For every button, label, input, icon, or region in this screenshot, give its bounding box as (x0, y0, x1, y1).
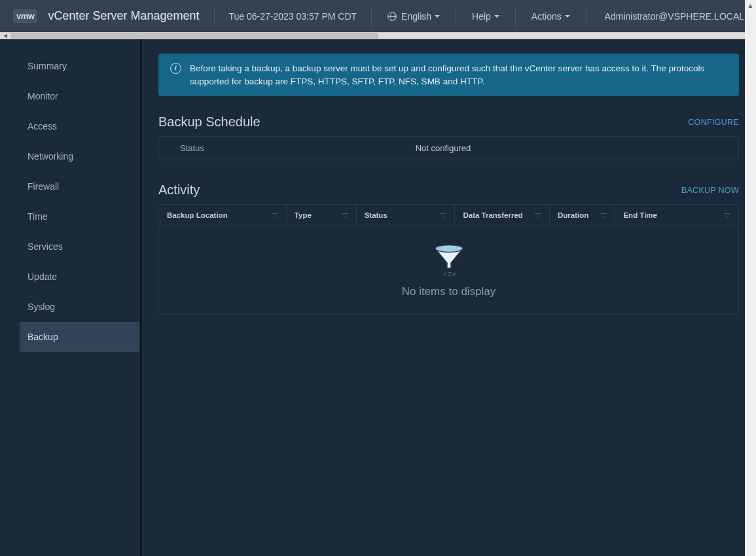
vmware-logo: vmw (13, 9, 37, 23)
col-label: Data Transferred (463, 211, 522, 219)
scroll-up-icon[interactable]: ▲ (745, 0, 756, 11)
sidebar-item-access[interactable]: Access (0, 111, 141, 141)
svg-point-2 (435, 245, 463, 252)
sidebar-item-update[interactable]: Update (0, 262, 141, 292)
help-menu[interactable]: Help (456, 0, 515, 32)
vertical-scrollbar[interactable]: ▲ (745, 0, 756, 556)
language-menu[interactable]: English (372, 0, 456, 32)
backup-schedule-status-row: Status Not configured (158, 136, 739, 160)
activity-header: Activity BACKUP NOW (158, 182, 739, 198)
actions-label: Actions (531, 11, 562, 22)
filter-icon[interactable] (272, 213, 278, 218)
col-end-time[interactable]: End Time (615, 205, 738, 226)
configure-button[interactable]: CONFIGURE (688, 118, 739, 127)
language-label: English (401, 11, 431, 22)
help-label: Help (472, 11, 491, 22)
empty-state-text: No items to display (159, 285, 738, 298)
col-label: End Time (623, 211, 657, 219)
status-label: Status (159, 137, 403, 160)
svg-point-3 (443, 273, 455, 275)
sidebar-item-services[interactable]: Services (0, 232, 141, 262)
filter-icon[interactable] (600, 213, 607, 218)
sidebar-item-time[interactable]: Time (0, 201, 141, 232)
col-label: Duration (558, 211, 588, 219)
backup-now-button[interactable]: BACKUP NOW (681, 186, 739, 195)
horizontal-scrollbar[interactable]: ◀ ▶ (0, 32, 756, 39)
empty-funnel-icon (434, 245, 464, 277)
col-duration[interactable]: Duration (550, 205, 615, 226)
filter-icon[interactable] (440, 213, 446, 218)
chevron-down-icon (565, 15, 570, 18)
filter-icon[interactable] (342, 213, 348, 218)
globe-icon (387, 12, 397, 21)
sidebar-item-backup[interactable]: Backup (20, 322, 139, 352)
scrollbar-track[interactable] (378, 33, 746, 39)
col-backup-location[interactable]: Backup Location (159, 205, 287, 226)
col-type[interactable]: Type (287, 205, 357, 226)
chevron-down-icon (494, 15, 499, 18)
header-separator (586, 7, 586, 26)
actions-menu[interactable]: Actions (516, 0, 586, 32)
sidebar-item-summary[interactable]: Summary (0, 51, 141, 81)
chevron-down-icon (435, 15, 440, 18)
col-label: Backup Location (167, 211, 228, 219)
scrollbar-thumb[interactable] (10, 33, 378, 39)
header-datetime: Tue 06-27-2023 03:57 PM CDT (215, 11, 372, 22)
status-value: Not configured (403, 137, 484, 160)
info-banner-text: Before taking a backup, a backup server … (190, 62, 727, 88)
app-header: vmw vCenter Server Management Tue 06-27-… (0, 0, 756, 32)
sidebar-nav: Summary Monitor Access Networking Firewa… (0, 39, 141, 556)
activity-title: Activity (158, 182, 200, 198)
col-label: Status (365, 211, 387, 219)
main-content: i Before taking a backup, a backup serve… (141, 39, 756, 556)
filter-icon[interactable] (535, 213, 541, 218)
sidebar-item-syslog[interactable]: Syslog (0, 292, 141, 322)
info-icon: i (170, 63, 181, 74)
filter-icon[interactable] (724, 213, 730, 218)
sidebar-item-monitor[interactable]: Monitor (0, 81, 141, 111)
scrollbar-track[interactable] (745, 11, 756, 556)
col-data-transferred[interactable]: Data Transferred (455, 205, 550, 226)
sidebar-item-networking[interactable]: Networking (0, 141, 141, 171)
activity-table: Backup Location Type Status Data Transfe… (158, 204, 739, 315)
empty-state: No items to display (159, 226, 738, 314)
app-title: vCenter Server Management (48, 9, 213, 23)
activity-table-header: Backup Location Type Status Data Transfe… (159, 205, 738, 226)
col-label: Type (295, 211, 312, 219)
info-banner: i Before taking a backup, a backup serve… (158, 54, 739, 96)
user-menu[interactable]: Administrator@VSPHERE.LOCAL (590, 11, 756, 22)
backup-schedule-header: Backup Schedule CONFIGURE (158, 114, 739, 130)
sidebar-item-firewall[interactable]: Firewall (0, 171, 141, 201)
scroll-left-icon[interactable]: ◀ (0, 33, 10, 39)
col-status[interactable]: Status (357, 205, 456, 226)
backup-schedule-title: Backup Schedule (158, 114, 261, 130)
